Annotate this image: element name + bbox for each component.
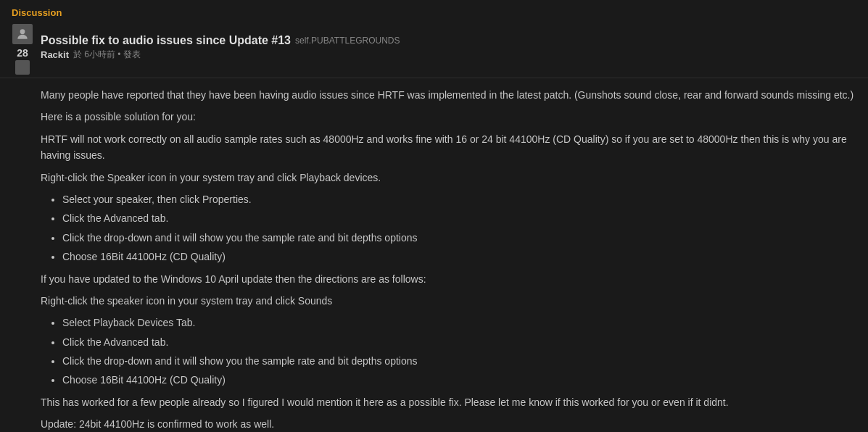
paragraph: Many people have reported that they have… <box>41 87 856 103</box>
paragraph: Right-click the Speaker icon in your sys… <box>41 170 856 186</box>
list-item: Click the drop-down and it will show you… <box>62 230 856 246</box>
list-item: Select your speaker, then click Properti… <box>62 191 856 207</box>
paragraph: This has worked for a few people already… <box>41 394 856 410</box>
list-item: Choose 16Bit 44100Hz (CD Quality) <box>62 372 856 388</box>
list-item: Click the Advanced tab. <box>62 210 856 226</box>
paragraph: Update: 24bit 44100Hz is confirmed to wo… <box>41 416 856 432</box>
paragraph: Right-click the speaker icon in your sys… <box>41 293 856 309</box>
post-source: self.PUBATTLEGROUNDS <box>295 36 400 46</box>
category-label[interactable]: Discussion <box>12 7 856 18</box>
list-item: Choose 16Bit 44100Hz (CD Quality) <box>62 249 856 265</box>
list-item: Click the Advanced tab. <box>62 334 856 350</box>
post-time: 於 6小時前 • 發表 <box>73 49 141 61</box>
paragraph: If you have updated to the Windows 10 Ap… <box>41 271 856 287</box>
svg-point-0 <box>20 29 25 34</box>
bullet-list: Select Playback Devices Tab.Click the Ad… <box>62 315 856 389</box>
post-title[interactable]: Possible fix to audio issues since Updat… <box>41 34 291 47</box>
author-name[interactable]: Rackit <box>41 49 69 60</box>
vote-count: 28 <box>17 47 28 59</box>
paragraph: HRTF will not work correctly on all audi… <box>41 131 856 164</box>
list-item: Click the drop-down and it will show you… <box>62 353 856 369</box>
avatar <box>12 24 33 44</box>
paragraph: Here is a possible solution for you: <box>41 109 856 125</box>
list-item: Select Playback Devices Tab. <box>62 315 856 331</box>
small-avatar <box>15 60 30 75</box>
bullet-list: Select your speaker, then click Properti… <box>62 191 856 265</box>
